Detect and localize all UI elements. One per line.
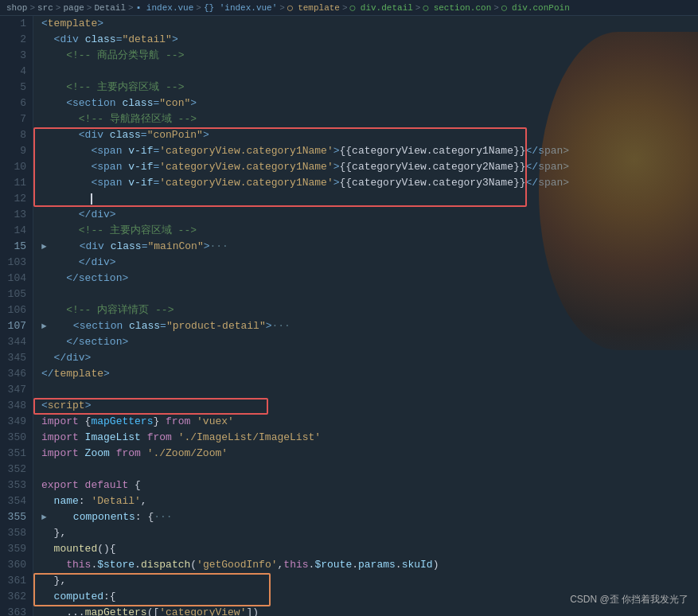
ln-346: 346	[6, 366, 26, 382]
code-line-8: <div class="conPoin">	[38, 127, 698, 143]
ln-6: 6	[6, 96, 26, 111]
indent-9	[41, 143, 91, 159]
indent-2	[41, 32, 54, 48]
code-line-351: import Zoom from './Zoom/Zoom'	[38, 446, 698, 462]
bc-src: src	[37, 3, 53, 13]
bracket-open-mg: ([	[147, 605, 160, 616]
spread-op: ...	[66, 605, 84, 616]
dot-2: .	[135, 557, 141, 573]
indent-12	[41, 191, 91, 207]
ln-353: 353	[6, 478, 26, 493]
indent-362	[41, 589, 54, 605]
params-ref: params	[358, 557, 396, 573]
line-numbers: 1 2 3 4 5 6 7 8 9 10 11 12 13 14 15 103 …	[0, 16, 33, 616]
kw-export: export default	[41, 478, 135, 493]
kw-import-1: import	[41, 414, 85, 430]
comment-main2: <!-- 主要内容区域 -->	[79, 223, 197, 239]
code-editor: 1 2 3 4 5 6 7 8 9 10 11 12 13 14 15 103 …	[0, 16, 698, 616]
str-getgoodinfo: 'getGoodInfo'	[197, 557, 277, 573]
kw-this-1: this	[66, 557, 91, 573]
colon-computed: :{	[103, 589, 116, 605]
indent-5	[41, 80, 66, 96]
indent-14	[41, 223, 79, 239]
indent-358	[41, 525, 54, 541]
code-line-345: </div>	[38, 350, 698, 366]
tag-div-detail: <div class="detail">	[54, 32, 178, 48]
kw-this-2: this	[283, 557, 308, 573]
bc-sep-9: >	[493, 3, 499, 13]
prop-name: name	[54, 493, 79, 509]
code-line-363: ...mapGetters(['categoryView'])	[38, 605, 698, 616]
func-dispatch: dispatch	[141, 557, 190, 573]
code-line-104: </section>	[38, 271, 698, 287]
route-ref: $route	[314, 557, 352, 573]
ln-10: 10	[6, 159, 26, 175]
str-zoom: './Zoom/Zoom'	[147, 446, 228, 462]
indent-345	[41, 350, 54, 366]
bc-page: page	[63, 3, 84, 13]
ln-106: 106	[6, 302, 26, 318]
comma-dispatch: ,	[278, 557, 284, 573]
bc-sep-7: >	[342, 3, 348, 13]
code-line-348: <script>	[38, 398, 698, 414]
vue-expr-1: {{categoryView.category1Name}}	[340, 143, 526, 159]
code-line-354: name : 'Detail',	[38, 493, 698, 509]
tag-script-open: <script>	[41, 398, 91, 414]
csdn-watermark: CSDN @歪 你挡着我发光了	[570, 593, 688, 606]
indent-363	[41, 605, 66, 616]
kw-from-3: from	[110, 446, 147, 462]
tag-template-close: </template>	[41, 366, 110, 382]
tag-section-close-104: </section>	[66, 271, 128, 287]
bc-sep-4: >	[128, 3, 134, 13]
ln-351: 351	[6, 446, 26, 462]
tag-div-close-13: </div>	[79, 207, 116, 223]
breadcrumb: shop > src > page > Detail > ▪ index.vue…	[0, 0, 698, 16]
indent-11	[41, 175, 91, 191]
kw-from-1: from	[159, 414, 197, 430]
indent-103	[41, 255, 79, 271]
vue-expr-2: {{categoryView.category2Name}}	[340, 159, 526, 175]
indent-13	[41, 207, 79, 223]
code-line-15: ► <div class="mainCon">···	[38, 239, 698, 255]
dot-5: .	[396, 557, 402, 573]
ln-1: 1	[6, 16, 26, 32]
fold-107: ···	[272, 318, 291, 334]
kw-import-3: import	[41, 446, 85, 462]
comma-1: ,	[141, 493, 147, 509]
bc-template: ◯ template	[287, 2, 340, 13]
ln-107: 107	[6, 318, 26, 334]
tag-div-conpoin: <div class="conPoin">	[79, 127, 209, 143]
bc-sep-2: >	[56, 3, 61, 13]
indent-360	[41, 557, 66, 573]
str-categoryview: 'categoryView'	[159, 605, 246, 616]
code-line-107: ► <section class="product-detail">···	[38, 318, 698, 334]
indent-3	[41, 48, 66, 64]
ln-361: 361	[6, 573, 26, 589]
indent-8	[41, 127, 79, 143]
code-line-344: </section>	[38, 334, 698, 350]
tag-span-cat3-close: </span>	[526, 175, 570, 191]
code-line-350: import ImageList from './ImageList/Image…	[38, 430, 698, 446]
code-line-3: <!-- 商品分类导航 -->	[38, 48, 698, 64]
brace-close-1: }	[153, 414, 159, 430]
tag-span-cat3: <span v-if='categoryView.category1Name'>	[91, 175, 339, 191]
ln-13: 13	[6, 207, 26, 223]
bc-sep-1: >	[29, 3, 35, 13]
mapgetters-name: mapGetters	[91, 414, 153, 430]
ln-350: 350	[6, 430, 26, 446]
tag-section-product: <section class="product-detail">	[73, 318, 272, 334]
ln-11: 11	[6, 175, 26, 191]
str-vuex: 'vuex'	[197, 414, 234, 430]
arrow-355: ►	[41, 509, 47, 525]
paren-open-dispatch: (	[190, 557, 197, 573]
indent-344	[41, 334, 66, 350]
code-line-352	[38, 462, 698, 478]
tag-div-close-345: </div>	[54, 350, 92, 366]
comment-breadcrumb: <!-- 导航路径区域 -->	[79, 111, 197, 127]
tag-div-close-103: </div>	[79, 255, 116, 271]
ln-360: 360	[6, 557, 26, 573]
kw-from-2: from	[141, 430, 178, 446]
fold-355: ···	[154, 509, 172, 525]
indent-359	[41, 541, 54, 557]
ln-105: 105	[6, 287, 26, 302]
